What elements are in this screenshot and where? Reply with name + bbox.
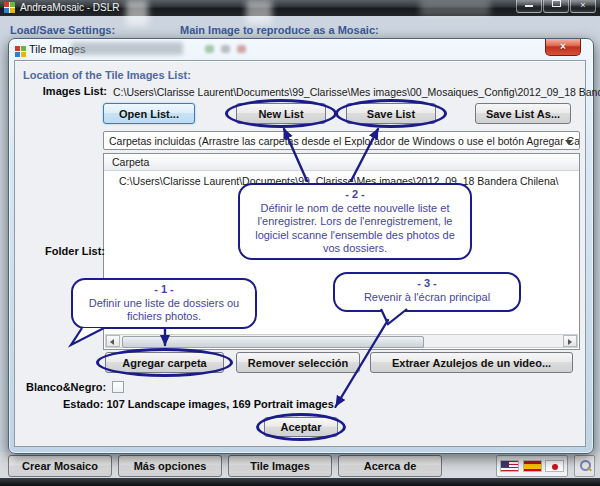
save-list-as-button[interactable]: Save List As... <box>475 103 571 124</box>
maximize-icon <box>552 0 561 7</box>
callout-2-number: - 2 - <box>248 188 462 202</box>
remover-seleccion-button[interactable]: Remover selección <box>236 352 360 373</box>
close-icon: × <box>580 0 585 10</box>
us-flag-icon[interactable] <box>500 460 519 472</box>
titlebar-ghost <box>221 45 230 53</box>
chevron-down-icon <box>565 140 573 145</box>
japan-flag-icon[interactable] <box>545 460 564 472</box>
callout-2-text: Définir le nom de cette nouvelle liste e… <box>248 202 462 256</box>
maximize-button[interactable] <box>543 0 569 13</box>
annotation-oval-save-list <box>335 99 447 128</box>
background-ghost <box>246 0 272 24</box>
crear-mosaico-button[interactable]: Crear Mosaico <box>8 455 112 477</box>
folder-combo-value: Carpetas incluidas (Arrastre las carpeta… <box>109 135 580 147</box>
scrollbar-thumb[interactable] <box>122 336 424 348</box>
images-list-path: C:\Users\Clarisse Laurent\Documents\99_C… <box>113 86 583 98</box>
titlebar-ghost <box>237 45 246 53</box>
scroll-left-icon <box>110 339 114 345</box>
callout-1-number: - 1 - <box>81 283 247 297</box>
callout-3-text: Revenir à l'écran principal <box>343 291 511 305</box>
callout-3-number: - 3 - <box>343 277 511 291</box>
scroll-right-button[interactable] <box>563 335 577 347</box>
minimize-icon <box>525 5 533 7</box>
blanco-negro-label: Blanco&Negro: <box>26 381 106 393</box>
callout-1-text: Definir une liste de dossiers ou fichier… <box>81 297 247 324</box>
titlebar-ghost <box>205 45 214 53</box>
open-list-button[interactable]: Open List... <box>103 103 195 124</box>
close-icon: × <box>560 41 566 52</box>
close-button[interactable]: × <box>570 0 596 13</box>
folder-list-column-header[interactable]: Carpeta <box>104 154 579 171</box>
section-heading: Location of the Tile Images List: <box>23 69 191 81</box>
screenshot-root: AndreaMosaic - DSLR × Load/Save Settings… <box>0 0 600 486</box>
background-ghost <box>420 0 490 16</box>
acerca-de-button[interactable]: Acerca de <box>338 455 442 477</box>
annotation-oval-agregar <box>96 348 233 377</box>
main-window-title: AndreaMosaic - DSLR <box>20 0 119 16</box>
main-image-heading: Main Image to reproduce as a Mosaic: <box>180 24 379 36</box>
status-text: Estado: 107 Landscape images, 169 Portra… <box>63 398 337 410</box>
scroll-right-icon <box>568 339 572 345</box>
dialog-close-button[interactable]: × <box>545 39 581 56</box>
folder-combo[interactable]: Carpetas incluidas (Arrastre las carpeta… <box>103 131 580 150</box>
search-button[interactable] <box>574 455 595 477</box>
background-ghost <box>126 0 148 26</box>
app-icon <box>4 2 15 13</box>
dialog-icon <box>15 46 26 57</box>
load-save-settings-heading: Load/Save Settings: <box>10 24 115 36</box>
taskbar-edge <box>0 478 600 486</box>
language-selector[interactable] <box>496 455 568 477</box>
horizontal-scrollbar[interactable] <box>105 334 578 348</box>
scroll-left-button[interactable] <box>106 335 120 347</box>
spain-flag-icon[interactable] <box>523 460 542 472</box>
minimize-button[interactable] <box>516 0 542 13</box>
folder-list-label: Folder List: <box>33 245 105 257</box>
mas-opciones-button[interactable]: Más opciones <box>118 455 222 477</box>
titlebar-ghost <box>71 42 183 55</box>
tile-images-button[interactable]: Tile Images <box>228 455 332 477</box>
extraer-azulejos-button[interactable]: Extraer Azulejos de un video... <box>370 352 573 373</box>
dialog-client-area: Location of the Tile Images List: Images… <box>14 60 586 447</box>
images-list-label: Images List: <box>25 85 107 97</box>
tile-images-dialog: Tile Images × Location of the Tile Image… <box>8 38 594 454</box>
callout-1: - 1 - Definir une liste de dossiers ou f… <box>71 278 257 329</box>
main-window-titlebar: AndreaMosaic - DSLR × <box>0 0 600 16</box>
annotation-oval-aceptar <box>256 413 346 441</box>
annotation-oval-new-list <box>225 99 337 128</box>
callout-3: - 3 - Revenir à l'écran principal <box>333 272 521 312</box>
callout-2: - 2 - Définir le nom de cette nouvelle l… <box>238 183 472 260</box>
blanco-negro-checkbox[interactable] <box>112 381 124 393</box>
